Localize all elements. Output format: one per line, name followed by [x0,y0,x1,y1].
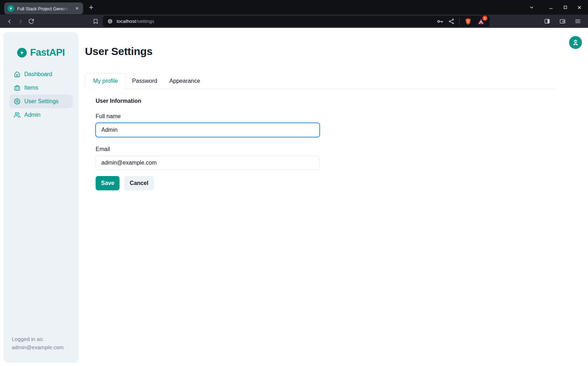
share-icon[interactable] [448,18,455,25]
page-title: User Settings [85,45,588,57]
sidebar-item-label: User Settings [24,98,59,105]
settings-tabs: My profile Password Appearance [85,73,555,89]
tab-close-icon[interactable]: ✕ [74,5,80,11]
email-label: Email [96,146,588,152]
sidebar-item-label: Dashboard [24,71,52,77]
browser-toolbar: localhost/settings 1 [0,15,588,28]
sidebar-item-items[interactable]: Items [9,81,73,95]
address-bar-divider [459,18,460,25]
menu-hamburger-icon[interactable] [573,17,582,26]
brave-shield-icon[interactable] [464,17,472,25]
users-icon [14,112,20,118]
window-close-button[interactable] [576,4,583,11]
sidebar-item-user-settings[interactable]: User Settings [9,95,73,108]
sidebar-nav: Dashboard Items User Settings Admin [4,67,78,122]
sidebar-item-label: Items [24,85,38,91]
full-name-label: Full name [96,113,588,120]
site-info-icon[interactable] [107,18,113,24]
main-content: User Settings My profile Password Appear… [85,28,588,190]
url-text: localhost/settings [117,19,154,24]
password-key-icon[interactable] [436,18,443,25]
briefcase-icon [14,85,20,91]
brave-rewards-icon[interactable]: 1 [477,17,485,26]
window-maximize-button[interactable] [562,4,569,11]
save-button[interactable]: Save [96,176,120,190]
sidebar-toggle-icon[interactable] [542,17,552,26]
tab-password[interactable]: Password [126,74,163,89]
logo-text: FastAPI [30,47,65,58]
sidebar-item-label: Admin [24,112,40,118]
tab-appearance[interactable]: Appearance [163,74,206,89]
address-bar[interactable]: localhost/settings 1 [103,16,490,27]
tab-my-profile[interactable]: My profile [85,73,126,89]
home-icon [14,71,20,77]
back-button[interactable] [4,16,15,27]
fastapi-bolt-icon [17,48,27,57]
wallet-icon[interactable] [558,17,567,26]
rewards-badge: 1 [482,16,487,21]
logged-in-as-email: admin@example.com [12,343,70,351]
app-page: FastAPI Dashboard Items User Settings Ad… [0,28,588,366]
tab-search-chevron-icon[interactable] [528,4,535,11]
full-name-input[interactable] [96,123,320,137]
gear-icon [14,98,20,105]
tab-title: Full Stack Project Genera [17,5,71,11]
new-tab-button[interactable]: + [89,4,93,11]
section-title: User Information [96,98,588,104]
reload-button[interactable] [26,16,36,27]
profile-form: User Information Full name Email Save Ca… [85,89,588,190]
browser-tab[interactable]: Full Stack Project Genera ✕ [4,2,83,14]
logged-in-as-label: Logged in as: [12,335,70,343]
forward-button[interactable] [15,16,26,27]
sidebar-item-admin[interactable]: Admin [9,108,73,122]
fastapi-favicon-icon [7,5,14,12]
browser-tab-strip: Full Stack Project Genera ✕ + [0,0,588,15]
sidebar: FastAPI Dashboard Items User Settings Ad… [4,32,78,363]
email-input[interactable] [96,156,320,170]
bookmark-icon[interactable] [91,16,101,26]
cancel-button[interactable]: Cancel [124,176,153,190]
sidebar-item-dashboard[interactable]: Dashboard [9,67,73,81]
window-minimize-button[interactable] [547,4,554,11]
logged-in-as: Logged in as: admin@example.com [4,335,78,363]
fastapi-logo: FastAPI [17,47,65,58]
